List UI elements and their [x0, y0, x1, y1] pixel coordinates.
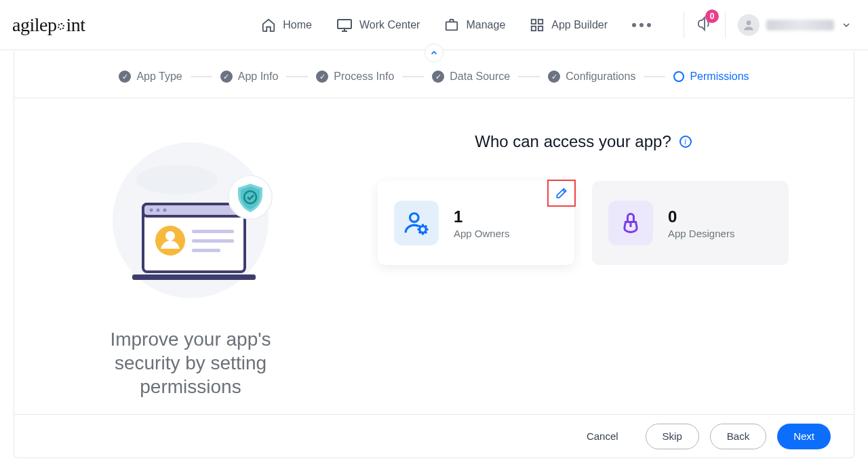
- nav-home-label: Home: [283, 19, 312, 31]
- nav-manage-label: Manage: [466, 19, 505, 31]
- step-label: Permissions: [690, 70, 749, 83]
- svg-point-11: [150, 209, 153, 212]
- step-configurations[interactable]: ✓ Configurations: [548, 70, 635, 83]
- pencil-icon: [555, 186, 568, 200]
- step-connector: [191, 76, 212, 77]
- collapse-stepper-button[interactable]: [425, 43, 443, 62]
- wizard-card: ✓ App Type ✓ App Info ✓ Process Info ✓ D…: [14, 52, 854, 458]
- svg-rect-17: [192, 230, 234, 233]
- user-menu-button[interactable]: [738, 14, 852, 36]
- chevron-down-icon: [841, 20, 852, 30]
- tile-app-owners[interactable]: 1 App Owners: [378, 181, 574, 265]
- app-designers-count: 0: [668, 207, 734, 226]
- wizard-footer: Cancel Skip Back Next: [14, 414, 854, 457]
- nav-manage[interactable]: Manage: [444, 18, 505, 33]
- top-right-actions: 0: [684, 12, 852, 39]
- svg-point-16: [165, 231, 175, 241]
- step-label: Process Info: [334, 70, 394, 83]
- step-label: App Type: [136, 70, 182, 83]
- tile-app-designers[interactable]: 0 App Designers: [592, 181, 789, 265]
- nav-work-center-label: Work Center: [359, 19, 420, 31]
- svg-rect-4: [532, 26, 536, 30]
- check-icon: ✓: [548, 70, 560, 83]
- next-button[interactable]: Next: [777, 424, 831, 449]
- svg-point-13: [163, 209, 167, 212]
- svg-rect-19: [192, 249, 220, 252]
- svg-rect-14: [132, 274, 256, 280]
- nav-app-builder[interactable]: App Builder: [530, 18, 608, 33]
- section-title-text: Who can access your app?: [475, 132, 671, 151]
- edit-app-owners-button[interactable]: [547, 180, 576, 207]
- app-owners-icon: [394, 201, 439, 245]
- app-designers-icon: [608, 201, 653, 245]
- app-owners-label: App Owners: [454, 228, 510, 239]
- step-connector: [286, 76, 308, 77]
- nav-home[interactable]: Home: [261, 18, 312, 33]
- notifications-button[interactable]: 0: [696, 16, 713, 35]
- cancel-button[interactable]: Cancel: [570, 424, 635, 449]
- tagline-text: Improve your app's security by setting p…: [82, 327, 299, 399]
- grid-icon: [530, 18, 545, 33]
- app-owners-count: 1: [454, 207, 510, 226]
- app-designers-label: App Designers: [668, 228, 734, 239]
- info-icon[interactable]: i: [679, 136, 692, 148]
- brand-logo: agilepint: [12, 14, 85, 36]
- chevron-up-icon: [429, 48, 439, 58]
- active-step-icon: [673, 71, 684, 82]
- notification-badge: 0: [705, 9, 719, 23]
- step-app-type[interactable]: ✓ App Type: [119, 70, 182, 83]
- user-name-placeholder: [766, 20, 834, 30]
- back-button[interactable]: Back: [710, 424, 766, 449]
- step-label: App Info: [238, 70, 279, 83]
- nav-work-center[interactable]: Work Center: [336, 17, 420, 33]
- monitor-icon: [336, 17, 353, 33]
- divider: [725, 12, 726, 39]
- nav-more-button[interactable]: [632, 23, 651, 27]
- svg-point-6: [747, 20, 751, 25]
- nav-app-builder-label: App Builder: [551, 19, 608, 31]
- step-data-source[interactable]: ✓ Data Source: [432, 70, 510, 83]
- check-icon: ✓: [432, 70, 444, 83]
- check-icon: ✓: [316, 70, 328, 83]
- skip-button[interactable]: Skip: [646, 424, 699, 449]
- svg-rect-3: [538, 19, 542, 23]
- top-navbar: agilepint Home Work Center Manage App Bu…: [0, 0, 868, 50]
- permissions-illustration: [102, 139, 279, 315]
- avatar: [738, 14, 760, 36]
- step-connector: [402, 76, 424, 77]
- section-title: Who can access your app? i: [353, 132, 813, 151]
- svg-rect-1: [446, 22, 458, 30]
- svg-point-12: [157, 209, 160, 212]
- step-connector: [644, 76, 665, 77]
- step-app-info[interactable]: ✓ App Info: [220, 70, 279, 83]
- svg-point-8: [136, 165, 218, 195]
- step-label: Configurations: [566, 70, 635, 83]
- briefcase-icon: [444, 18, 459, 33]
- check-icon: ✓: [119, 70, 131, 83]
- main-nav: Home Work Center Manage App Builder: [261, 17, 651, 33]
- divider: [684, 12, 684, 39]
- svg-rect-5: [538, 26, 542, 30]
- step-permissions[interactable]: Permissions: [673, 70, 749, 83]
- svg-point-22: [410, 213, 419, 222]
- svg-rect-0: [338, 20, 351, 28]
- step-label: Data Source: [450, 70, 510, 83]
- home-icon: [261, 18, 276, 33]
- svg-rect-18: [192, 239, 234, 243]
- step-connector: [518, 76, 540, 77]
- check-icon: ✓: [220, 70, 233, 83]
- step-process-info[interactable]: ✓ Process Info: [316, 70, 394, 83]
- svg-rect-2: [532, 19, 536, 23]
